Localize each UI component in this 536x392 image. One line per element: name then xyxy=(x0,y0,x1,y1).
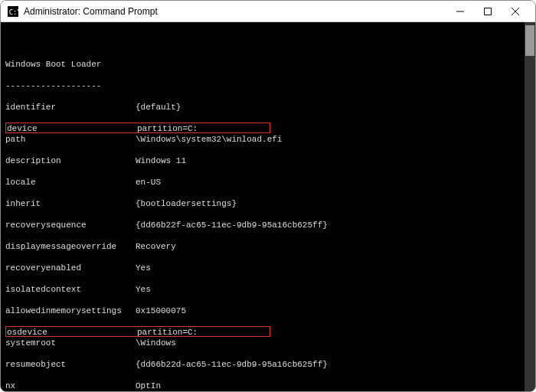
console-output[interactable]: Windows Boot Loader ------------------- … xyxy=(1,22,525,392)
table-row: resumeobject{dd66b22d-ac65-11ec-9db9-95a… xyxy=(5,359,525,370)
table-row: isolatedcontextYes xyxy=(5,284,525,295)
minimize-button[interactable] xyxy=(446,1,474,22)
section-rule: ------------------- xyxy=(5,80,525,91)
table-row-highlighted: osdevicepartition=C: xyxy=(5,326,270,337)
table-row: nxOptIn xyxy=(5,381,525,391)
vertical-scrollbar[interactable] xyxy=(525,22,535,392)
terminal-icon: C:\ xyxy=(7,5,19,18)
section-heading: Windows Boot Loader xyxy=(5,59,525,70)
close-button[interactable] xyxy=(502,1,529,22)
table-row: displaymessageoverrideRecovery xyxy=(5,241,525,252)
console-area: Windows Boot Loader ------------------- … xyxy=(1,22,535,392)
svg-text:C:\: C:\ xyxy=(9,8,18,15)
table-row: allowedinmemorysettings0x15000075 xyxy=(5,305,525,316)
maximize-button[interactable] xyxy=(474,1,502,22)
table-row-highlighted: devicepartition=C: xyxy=(5,122,270,133)
scrollbar-thumb[interactable] xyxy=(525,25,534,56)
table-row: inherit{bootloadersettings} xyxy=(5,198,525,209)
table-row: recoverysequence{dd66b22f-ac65-11ec-9db9… xyxy=(5,220,525,230)
svg-rect-3 xyxy=(485,8,492,15)
table-row: systemroot\Windows xyxy=(5,338,525,348)
table-row: path\Windows\system32\winload.efi xyxy=(5,134,525,145)
titlebar: C:\ Administrator: Command Prompt xyxy=(1,1,535,22)
table-row: descriptionWindows 11 xyxy=(5,155,525,166)
window-title: Administrator: Command Prompt xyxy=(24,6,158,17)
table-row: localeen-US xyxy=(5,177,525,188)
table-row: recoveryenabledYes xyxy=(5,263,525,273)
table-row: identifier{default} xyxy=(5,102,525,113)
